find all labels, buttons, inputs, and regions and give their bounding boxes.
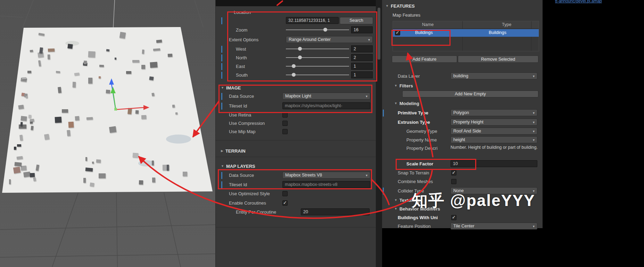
chevron-down-icon: ▾: [531, 224, 535, 228]
dropdown-value: Range Around Center: [289, 37, 331, 42]
image-tileset-value: mapbox://styles/mapbox/light-: [285, 103, 342, 108]
snap-to-terrain-checkbox[interactable]: ✓: [451, 170, 456, 175]
north-value-field[interactable]: 2: [351, 54, 373, 61]
building-block: [38, 60, 41, 66]
features-table: Name Type ✓ Buildings Buildings: [393, 21, 539, 51]
slider-knob[interactable]: [298, 55, 302, 59]
coordinates-input[interactable]: 32.1185871233116, 1: [286, 17, 339, 24]
building-block: [85, 157, 87, 161]
primitive-type-dropdown[interactable]: Polygon ▾: [451, 109, 537, 116]
map-features-label: Map Features: [393, 12, 420, 18]
divider: [216, 140, 376, 140]
south-value-field[interactable]: 1: [351, 71, 373, 78]
top-right-link[interactable]: tt-announc/devel.pl.amap: [555, 0, 602, 3]
slider-knob[interactable]: [292, 73, 296, 77]
map-features-row: Map Features: [382, 11, 543, 19]
layers-data-source-dropdown[interactable]: Mapbox Streets V8 ▾: [282, 172, 370, 179]
west-value-field[interactable]: 2: [351, 45, 373, 52]
map-water-patch: [166, 135, 191, 144]
buildings-with-checkbox[interactable]: ✓: [451, 215, 456, 220]
scale-factor-input[interactable]: 10: [451, 160, 537, 167]
slider-knob[interactable]: [298, 47, 302, 51]
image-tileset-input[interactable]: mapbox://styles/mapbox/light-: [282, 102, 370, 109]
building-block: [141, 115, 146, 119]
use-mip-map-checkbox[interactable]: [282, 129, 288, 134]
add-new-empty-button[interactable]: Add New Empty: [402, 91, 538, 97]
building-block: [86, 117, 93, 120]
zoom-slider[interactable]: [286, 27, 349, 33]
entity-per-coroutine-label: Entity Per Coroutine: [236, 209, 276, 215]
features-section-header[interactable]: ▼ FEATURES: [382, 2, 543, 10]
feature-position-label: Feature Position: [398, 224, 431, 229]
override-marker: [221, 17, 222, 24]
divider: [216, 157, 376, 157]
west-value: 2: [354, 46, 356, 51]
use-retina-checkbox[interactable]: [282, 112, 288, 118]
slider-track: [286, 29, 349, 30]
building-block: [17, 144, 21, 147]
extent-options-row: Extent Options Range Around Center ▾: [216, 36, 376, 43]
west-slider[interactable]: [286, 46, 349, 52]
east-slider[interactable]: [286, 63, 349, 69]
scale-factor-row: Scale Factor 10: [382, 160, 543, 167]
building-block: [99, 65, 104, 67]
building-block: [26, 96, 28, 98]
extrusion-type-label: Extrusion Type: [398, 120, 430, 125]
building-block: [30, 173, 35, 178]
search-button[interactable]: Search: [340, 17, 373, 24]
feature-row-buildings[interactable]: ✓ Buildings Buildings: [393, 29, 539, 37]
building-block: [99, 76, 101, 78]
enable-coroutines-checkbox[interactable]: ✓: [282, 200, 288, 206]
building-block: [99, 173, 106, 178]
use-optimized-style-checkbox[interactable]: [282, 191, 288, 196]
feature-enabled-checkbox[interactable]: ✓: [395, 30, 400, 35]
building-block: [18, 105, 24, 109]
south-value: 1: [354, 72, 356, 77]
entity-per-coroutine-input[interactable]: 20: [301, 208, 370, 215]
east-value-field[interactable]: 1: [351, 63, 373, 70]
name-column-header: Name: [422, 22, 434, 27]
remove-selected-label: Remove Selected: [481, 57, 515, 62]
dropdown-value: Mapbox Light: [285, 94, 311, 98]
image-data-source-dropdown[interactable]: Mapbox Light ▾: [282, 93, 370, 100]
layers-tileset-input[interactable]: mapbox.mapbox-streets-v8: [282, 181, 370, 188]
use-mip-map-label: Use Mip Map: [229, 129, 256, 134]
foldout-open-icon: ▼: [221, 86, 224, 89]
slider-knob[interactable]: [292, 64, 296, 68]
add-feature-button[interactable]: Add Feature: [392, 55, 457, 63]
building-block: [150, 62, 157, 68]
building-block: [75, 116, 79, 121]
filters-foldout[interactable]: ▼ Filters: [382, 82, 543, 89]
north-value: 2: [354, 55, 356, 60]
terrain-section-header[interactable]: ▶ TERRAIN: [216, 147, 376, 155]
south-slider[interactable]: [286, 72, 349, 78]
extrusion-type-dropdown[interactable]: Property Height ▾: [451, 119, 537, 126]
extent-options-dropdown[interactable]: Range Around Center ▾: [286, 36, 373, 43]
remove-selected-button[interactable]: Remove Selected: [458, 55, 538, 63]
dropdown-value: Tile Center: [453, 224, 474, 229]
north-slider[interactable]: [286, 55, 349, 60]
layers-data-source-row: Data Source Mapbox Streets V8 ▾: [216, 171, 376, 179]
building-block: [33, 178, 36, 181]
feature-position-dropdown[interactable]: Tile Center ▾: [451, 223, 537, 230]
extent-options-label: Extent Options: [229, 37, 258, 42]
map-layers-section-header[interactable]: ▼ MAP LAYERS: [216, 162, 376, 170]
slider-knob[interactable]: [323, 28, 327, 32]
scene-view[interactable]: [0, 0, 215, 267]
zoom-value-field[interactable]: 16: [351, 26, 373, 33]
geometry-type-dropdown[interactable]: Roof And Side ▾: [451, 128, 537, 135]
data-layer-dropdown[interactable]: building ▾: [451, 72, 537, 79]
vertical-scrollbar[interactable]: [376, 0, 382, 267]
image-section-header[interactable]: ▼ IMAGE: [216, 84, 376, 92]
combine-meshes-label: Combine Meshes: [398, 179, 433, 184]
combine-meshes-checkbox[interactable]: [451, 179, 456, 184]
modeling-foldout[interactable]: ▼ Modeling: [382, 100, 543, 107]
use-compression-checkbox[interactable]: [282, 121, 288, 126]
override-marker: [221, 72, 222, 79]
scrollbar-thumb[interactable]: [378, 8, 380, 60]
building-block: [85, 167, 93, 172]
building-block: [109, 126, 117, 133]
property-name-dropdown[interactable]: height ▾: [451, 136, 537, 143]
building-block: [58, 87, 61, 93]
entity-per-coroutine-row: Entity Per Coroutine 20: [216, 208, 376, 216]
